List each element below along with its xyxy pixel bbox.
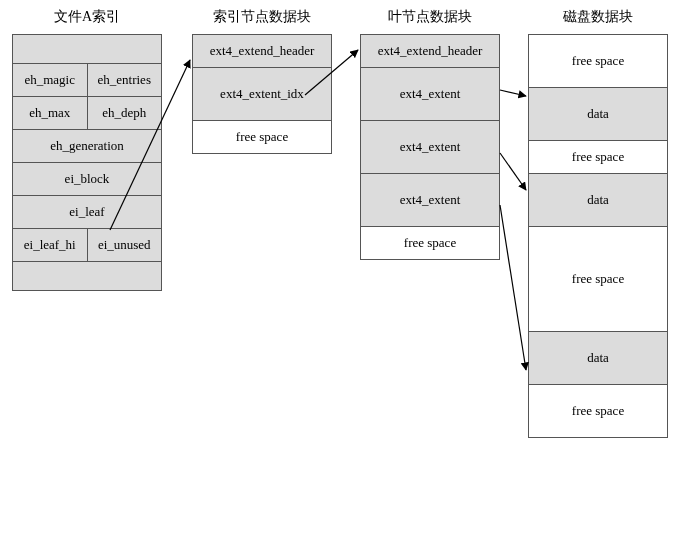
leaf-extent-3-cell: ext4_extent <box>361 174 499 227</box>
index-node-idx-cell: ext4_extent_idx <box>193 68 331 121</box>
ei-leaf-cell: ei_leaf <box>13 196 161 229</box>
eh-max-cell: eh_max <box>13 97 88 130</box>
ei-unused-cell: ei_unused <box>88 229 162 262</box>
disk-title: 磁盘数据块 <box>528 8 668 26</box>
leaf-node-header-cell: ext4_extend_header <box>361 35 499 68</box>
file-a-row-max-deph: eh_max eh_deph <box>13 97 161 130</box>
file-a-row-magic-entries: eh_magic eh_entries <box>13 64 161 97</box>
file-a-footer-blank <box>13 262 161 291</box>
file-a-title: 文件A索引 <box>12 8 162 26</box>
leaf-node-table: ext4_extend_header ext4_extent ext4_exte… <box>360 34 500 260</box>
ei-block-cell: ei_block <box>13 163 161 196</box>
file-a-table: eh_magic eh_entries eh_max eh_deph eh_ge… <box>12 34 162 291</box>
eh-deph-cell: eh_deph <box>88 97 162 130</box>
eh-generation-cell: eh_generation <box>13 130 161 163</box>
arrow-ext2-to-data2 <box>500 153 526 190</box>
leaf-extent-1-cell: ext4_extent <box>361 68 499 121</box>
file-a-row-leafhi-unused: ei_leaf_hi ei_unused <box>13 229 161 262</box>
disk-data-1-cell: data <box>529 88 667 141</box>
disk-free-3-cell: free space <box>529 227 667 332</box>
ei-leaf-hi-cell: ei_leaf_hi <box>13 229 88 262</box>
leaf-node-title: 叶节点数据块 <box>360 8 500 26</box>
index-node-title: 索引节点数据块 <box>192 8 332 26</box>
file-a-index-column: 文件A索引 eh_magic eh_entries eh_max eh_deph… <box>12 8 162 291</box>
leaf-extent-2-cell: ext4_extent <box>361 121 499 174</box>
file-a-header-blank <box>13 35 161 64</box>
disk-free-2-cell: free space <box>529 141 667 174</box>
arrow-ext3-to-data3 <box>500 205 526 370</box>
index-node-table: ext4_extend_header ext4_extent_idx free … <box>192 34 332 154</box>
disk-table: free space data free space data free spa… <box>528 34 668 438</box>
index-node-free-cell: free space <box>193 121 331 154</box>
eh-magic-cell: eh_magic <box>13 64 88 97</box>
leaf-node-free-cell: free space <box>361 227 499 260</box>
index-node-header-cell: ext4_extend_header <box>193 35 331 68</box>
eh-entries-cell: eh_entries <box>88 64 162 97</box>
leaf-node-column: 叶节点数据块 ext4_extend_header ext4_extent ex… <box>360 8 500 260</box>
disk-free-1-cell: free space <box>529 35 667 88</box>
index-node-column: 索引节点数据块 ext4_extend_header ext4_extent_i… <box>192 8 332 154</box>
disk-column: 磁盘数据块 free space data free space data fr… <box>528 8 668 438</box>
disk-free-4-cell: free space <box>529 385 667 438</box>
arrow-ext1-to-data1 <box>500 90 526 96</box>
disk-data-2-cell: data <box>529 174 667 227</box>
disk-data-3-cell: data <box>529 332 667 385</box>
